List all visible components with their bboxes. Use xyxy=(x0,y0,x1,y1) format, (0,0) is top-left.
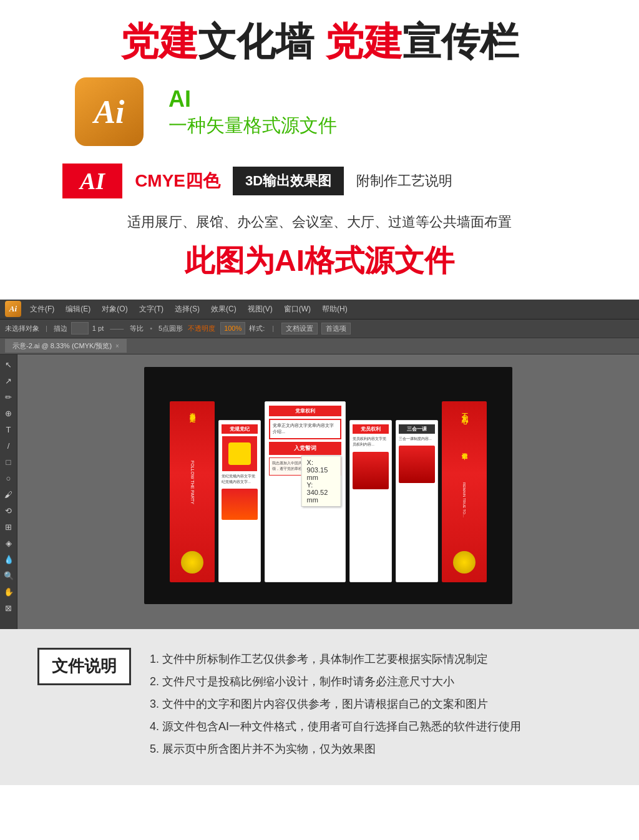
rotate-tool-icon[interactable]: ⟲ xyxy=(2,504,16,518)
badge-cmyk: CMYE四色 xyxy=(135,169,220,193)
workspace: ↖ ↗ ✏ ⊕ T / □ ○ 🖌 ⟲ ⊞ ◈ 💧 🔍 ✋ ⊠ xyxy=(0,354,639,629)
ai-app-logo: Ai xyxy=(5,301,21,317)
ellipse-tool-icon[interactable]: ○ xyxy=(2,472,16,486)
select-label: 未选择对象 xyxy=(5,324,39,333)
ai-icon-label: Ai xyxy=(94,94,124,130)
pen-tool-icon[interactable]: ✏ xyxy=(2,391,16,404)
ai-description: AI 一种矢量格式源文件 xyxy=(168,85,337,139)
panel-1-red: 永远跟党走 FOLLOW THE PARTY xyxy=(170,401,215,582)
style-label: 样式: xyxy=(249,324,265,333)
bottom-section: 文件说明 1. 文件中所标制作工艺仅供参考，具体制作工艺要根据实际情况制定 2.… xyxy=(0,629,639,785)
type-tool-icon[interactable]: T xyxy=(2,423,16,437)
toolbar: 未选择对象 | 描边 1 pt —— 等比 • 5点圆形 不透明度 样式: | … xyxy=(0,320,639,338)
source-title: 此图为AI格式源文件 xyxy=(37,241,602,281)
menu-object[interactable]: 对象(O) xyxy=(97,303,132,316)
top-section: 党建文化墙 党建宣传栏 Ai AI 一种矢量格式源文件 AI CMYE四色 3D… xyxy=(0,0,639,300)
panel-4-white: 党员权利 党员权利内容文字党员权利内容... xyxy=(349,420,392,582)
ai-format-label: AI xyxy=(168,85,337,112)
illustrator-section: Ai 文件(F) 编辑(E) 对象(O) 文字(T) 选择(S) 效果(C) 视… xyxy=(0,300,639,629)
badge-row: AI CMYE四色 3D输出效果图 附制作工艺说明 xyxy=(37,164,602,198)
note-4: 4. 源文件包含AI一种文件格式，使用者可自行选择自己熟悉的软件进行使用 xyxy=(150,715,602,738)
first-view-btn[interactable]: 首选项 xyxy=(321,323,351,335)
ai-format-sublabel: 一种矢量格式源文件 xyxy=(168,112,337,139)
hand-tool-icon[interactable]: ✋ xyxy=(2,585,16,599)
panels-container: 永远跟党走 FOLLOW THE PARTY 党规党纪 党纪党规内容文字党纪党规… xyxy=(170,389,487,582)
usage-text: 适用展厅、展馆、办公室、会议室、大厅、过道等公共墙面布置 xyxy=(37,211,602,233)
note-2: 2. 文件尺寸是投稿比例缩小设计，制作时请务必注意尺寸大小 xyxy=(150,670,602,693)
tab-bar: 示意-2.ai @ 8.33% (CMYK/预览) × xyxy=(0,338,639,354)
badge-note: 附制作工艺说明 xyxy=(356,172,452,190)
zoom-tool-icon[interactable]: 🔍 xyxy=(2,569,16,583)
panel-6-red: 不忘初心 牢记使命 REMAIN TRUE TO... xyxy=(442,401,487,582)
doc-setup-btn[interactable]: 文档设置 xyxy=(281,323,318,335)
main-title: 党建文化墙 党建宣传栏 xyxy=(37,19,602,65)
opacity-label: 不透明度 xyxy=(188,324,215,333)
doc-tab-filename: 示意-2.ai @ 8.33% (CMYK/预览) xyxy=(12,341,112,351)
blend-tool-icon[interactable]: ◈ xyxy=(2,537,16,550)
menu-window[interactable]: 窗口(W) xyxy=(279,303,316,316)
title-end: 宣传栏 xyxy=(402,20,519,63)
rect-tool-icon[interactable]: □ xyxy=(2,456,16,469)
pt5-label: 5点圆形 xyxy=(159,324,183,333)
brush-tool-icon[interactable]: 🖌 xyxy=(2,488,16,502)
stroke-input[interactable] xyxy=(71,322,89,335)
ai-icon-box: Ai xyxy=(75,77,144,146)
panel-3-center: 党章权利 党章正文内容文字党章内容文字介绍... 入党誓词 我志愿加入中国共产党… xyxy=(265,401,346,582)
canvas-area: 永远跟党走 FOLLOW THE PARTY 党规党纪 党纪党规内容文字党纪党规… xyxy=(17,354,639,629)
note-1: 1. 文件中所标制作工艺仅供参考，具体制作工艺要根据实际情况制定 xyxy=(150,648,602,670)
notes-list: 1. 文件中所标制作工艺仅供参考，具体制作工艺要根据实际情况制定 2. 文件尺寸… xyxy=(150,648,602,760)
file-label-box: 文件说明 xyxy=(37,648,131,685)
menu-view[interactable]: 视图(V) xyxy=(243,303,278,316)
menu-effect[interactable]: 效果(C) xyxy=(206,303,241,316)
line-tool-icon[interactable]: / xyxy=(2,439,16,453)
menu-help[interactable]: 帮助(H) xyxy=(317,303,353,316)
stroke-label: 描边 xyxy=(54,324,67,333)
artboard-icon[interactable]: ⊠ xyxy=(2,602,16,615)
menu-text[interactable]: 文字(T) xyxy=(134,303,168,316)
title-dangjian2: 党建 xyxy=(325,20,402,63)
tab-close-btn[interactable]: × xyxy=(115,343,119,349)
file-notes-container: 文件说明 1. 文件中所标制作工艺仅供参考，具体制作工艺要根据实际情况制定 2.… xyxy=(37,648,602,760)
pt-value: 1 pt xyxy=(92,325,104,332)
canvas-black-bg: 永远跟党走 FOLLOW THE PARTY 党规党纪 党纪党规内容文字党纪党规… xyxy=(144,367,512,604)
menu-edit[interactable]: 编辑(E) xyxy=(61,303,95,316)
menu-items-list[interactable]: 文件(F) 编辑(E) 对象(O) 文字(T) 选择(S) 效果(C) 视图(V… xyxy=(25,303,353,316)
scale-tool-icon[interactable]: ⊞ xyxy=(2,520,16,534)
note-5: 5. 展示页中所含图片并不为实物，仅为效果图 xyxy=(150,738,602,760)
panel-5-white: 三会一课 三会一课制度内容... xyxy=(396,420,438,582)
menu-bar: Ai 文件(F) 编辑(E) 对象(O) 文字(T) 选择(S) 效果(C) 视… xyxy=(0,300,639,320)
left-toolbar: ↖ ↗ ✏ ⊕ T / □ ○ 🖌 ⟲ ⊞ ◈ 💧 🔍 ✋ ⊠ xyxy=(0,354,17,629)
direct-select-icon[interactable]: ↗ xyxy=(2,374,16,388)
add-anchor-icon[interactable]: ⊕ xyxy=(2,407,16,421)
file-label-text: 文件说明 xyxy=(52,655,117,677)
select-tool-icon[interactable]: ↖ xyxy=(2,358,16,372)
doc-tab[interactable]: 示意-2.ai @ 8.33% (CMYK/预览) × xyxy=(5,339,127,353)
menu-select[interactable]: 选择(S) xyxy=(170,303,205,316)
badge-ai: AI xyxy=(62,164,122,198)
badge-3d: 3D输出效果图 xyxy=(233,167,344,195)
title-dangjiann1: 党建 xyxy=(120,20,198,63)
eyedropper-icon[interactable]: 💧 xyxy=(2,553,16,567)
menu-file[interactable]: 文件(F) xyxy=(25,303,59,316)
opacity-input[interactable] xyxy=(220,322,245,335)
ai-format-row: Ai AI 一种矢量格式源文件 xyxy=(37,77,602,146)
title-middle: 文化墙 xyxy=(198,20,324,63)
panel-2-white: 党规党纪 党纪党规内容文字党纪党规内容文字... xyxy=(218,420,261,582)
note-3: 3. 文件中的文字和图片内容仅供参考，图片请根据自己的文案和图片 xyxy=(150,693,602,715)
tooltip-y: Y: 340.52 mm xyxy=(307,481,336,504)
scale-label: 等比 xyxy=(130,324,144,333)
